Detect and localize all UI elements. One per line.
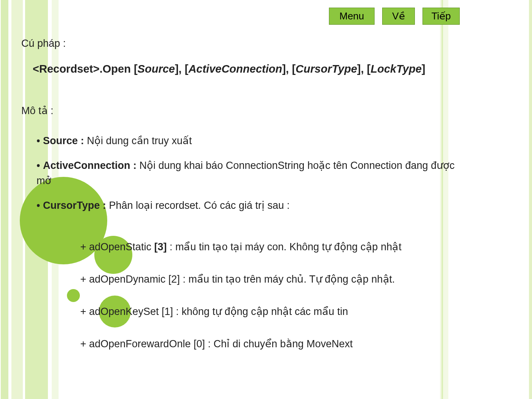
syntax-header-label: Cú pháp :	[21, 36, 467, 51]
cursor-value-pre: + adOpenStatic	[80, 241, 154, 253]
item-active-label: ActiveConnection :	[43, 160, 140, 171]
item-source: • Source : Nội dung cần truy xuất	[37, 134, 467, 148]
item-source-label: Source :	[43, 135, 87, 146]
syntax-method: .Open	[100, 63, 134, 75]
slide-content: Cú pháp : <Recordset>.Open [Source], [Ac…	[21, 36, 467, 369]
nav-buttons: Menu Về Tiếp	[329, 8, 460, 25]
cursor-value-num: [3]	[154, 241, 167, 253]
desc-header-label: Mô tả :	[21, 103, 467, 118]
cursor-value-adopenstatic: + adOpenStatic [3] : mẩu tin tạo tại máy…	[80, 240, 467, 254]
item-cursor-label: CursorType :	[43, 200, 109, 211]
back-button[interactable]: Về	[382, 8, 415, 25]
syntax-param-activeconnection: ActiveConnection	[188, 63, 282, 75]
syntax-line: <Recordset>.Open [Source], [ActiveConnec…	[33, 61, 467, 77]
item-cursor-text: Phân loại recordset. Có các giá trị sau …	[109, 200, 290, 211]
next-button[interactable]: Tiếp	[422, 8, 460, 25]
item-source-text: Nội dung cần truy xuất	[87, 135, 192, 146]
slide: Menu Về Tiếp Cú pháp : <Recordset>.Open …	[0, 0, 532, 399]
syntax-param-cursortype: CursorType	[295, 63, 357, 75]
cursor-value-post: : mẩu tin tạo tại máy con. Không tự động…	[167, 241, 401, 253]
item-cursortype: • CursorType : Phân loại recordset. Có c…	[37, 198, 467, 213]
syntax-param-source: Source	[138, 63, 175, 75]
cursor-value-adopenkeyset: + adOpenKeySet [1] : không tự động cập n…	[80, 304, 467, 319]
item-activeconnection: • ActiveConnection : Nội dung khai báo C…	[37, 158, 467, 188]
cursor-values-list: + adOpenStatic [3] : mẩu tin tạo tại máy…	[80, 240, 467, 352]
desc-items: • Source : Nội dung cần truy xuất • Acti…	[37, 134, 467, 213]
cursor-value-adopendynamic: + adOpenDynamic [2] : mẩu tin tạo trên m…	[80, 272, 467, 287]
bg-stripe	[529, 0, 532, 399]
syntax-object: <Recordset>	[33, 63, 100, 75]
menu-button[interactable]: Menu	[329, 8, 375, 25]
syntax-param-locktype: LockType	[370, 63, 421, 75]
bg-stripe	[1, 0, 8, 399]
cursor-value-adopenforwardonly: + adOpenForewardOnle [0] : Chỉ di chuyển…	[80, 337, 467, 351]
